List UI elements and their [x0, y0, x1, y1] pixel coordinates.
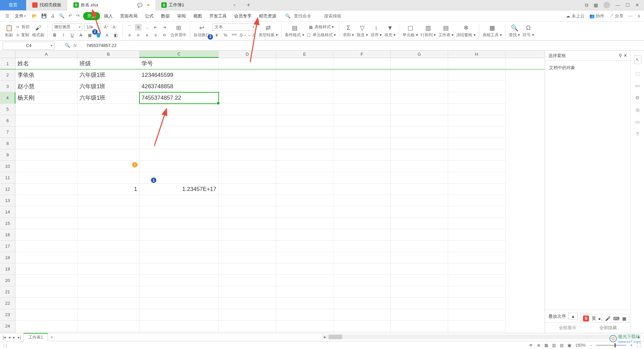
cell[interactable]	[276, 298, 333, 309]
cell[interactable]: 杨天刚	[15, 92, 77, 104]
row-header-5[interactable]: 5	[0, 104, 15, 115]
select2-icon[interactable]: ▭	[635, 83, 640, 88]
cell[interactable]	[448, 298, 505, 309]
location-icon[interactable]: ◎	[636, 107, 640, 112]
cell[interactable]	[391, 195, 448, 206]
cell[interactable]	[15, 229, 77, 241]
col-A[interactable]: A	[15, 51, 77, 58]
ime-lang[interactable]: 英	[592, 315, 596, 321]
cell[interactable]: 1234645599	[140, 69, 219, 81]
cell[interactable]	[391, 184, 448, 195]
cell[interactable]	[219, 149, 276, 161]
bold-icon[interactable]: B	[51, 32, 58, 39]
cell[interactable]	[77, 127, 140, 138]
cell[interactable]	[219, 309, 276, 320]
cell[interactable]: 六年级1班	[77, 81, 140, 92]
cell[interactable]	[77, 195, 140, 206]
cell[interactable]	[15, 138, 77, 149]
menu-devtools[interactable]: 开发工具	[206, 12, 230, 20]
status-icon[interactable]: ⬚	[3, 343, 7, 348]
cell[interactable]	[448, 286, 505, 298]
row-header-23[interactable]: 23	[0, 309, 15, 320]
row-header-18[interactable]: 18	[0, 252, 15, 263]
cell[interactable]	[15, 115, 77, 127]
menu-icon[interactable]: ☰	[3, 12, 11, 20]
cell[interactable]	[140, 149, 219, 161]
cell[interactable]	[140, 161, 219, 172]
cell[interactable]	[333, 127, 391, 138]
cell[interactable]	[333, 286, 391, 298]
cell[interactable]	[333, 241, 391, 252]
close-icon[interactable]: ×	[233, 2, 236, 8]
cell[interactable]	[15, 275, 77, 286]
cell[interactable]	[219, 195, 276, 206]
cell[interactable]	[391, 172, 448, 184]
cell[interactable]: 4263748858	[140, 81, 219, 92]
condfmt-button[interactable]: ▤条件格式 ▾	[283, 23, 305, 40]
align-top-icon[interactable]: ⎴	[126, 24, 133, 31]
tab-file-active[interactable]: S 姓名.xlsx 💬	[67, 0, 155, 10]
zoom-icon[interactable]: 🔍	[65, 43, 70, 48]
cell[interactable]	[391, 69, 448, 81]
cell[interactable]	[15, 218, 77, 229]
cell[interactable]	[15, 195, 77, 206]
pointer-icon[interactable]: ↖	[634, 55, 641, 64]
col-F[interactable]: F	[333, 51, 391, 58]
break-view-icon[interactable]: ▤	[560, 343, 564, 348]
copy-icon[interactable]: ⎘	[17, 33, 19, 38]
cell[interactable]	[219, 263, 276, 275]
cell[interactable]	[15, 241, 77, 252]
cell[interactable]	[391, 92, 448, 104]
cell[interactable]	[391, 229, 448, 241]
cell[interactable]	[333, 184, 391, 195]
help-icon[interactable]: ?	[636, 131, 639, 137]
undo-icon[interactable]: ↶	[68, 13, 72, 18]
cellstyle-label[interactable]: 单元格样式 ▾	[313, 32, 336, 38]
cell[interactable]	[140, 127, 219, 138]
cell[interactable]	[276, 127, 333, 138]
cell[interactable]	[77, 149, 140, 161]
cell[interactable]	[448, 115, 505, 127]
custom-view-icon[interactable]: ▣	[568, 343, 571, 348]
row-header-13[interactable]: 13	[0, 195, 15, 206]
cell[interactable]	[77, 320, 140, 332]
reading-icon[interactable]: ⊕	[537, 343, 540, 348]
row-header-21[interactable]: 21	[0, 286, 15, 298]
freeze-button[interactable]: ❄冻结窗格 ▾	[455, 23, 477, 40]
row-header-16[interactable]: 16	[0, 229, 15, 241]
cell[interactable]	[77, 138, 140, 149]
cell[interactable]	[15, 320, 77, 332]
collapse-icon[interactable]: ∧	[637, 13, 641, 18]
cell[interactable]	[140, 263, 219, 275]
row-header-20[interactable]: 20	[0, 275, 15, 286]
cell[interactable]	[219, 69, 276, 81]
cell[interactable]	[15, 286, 77, 298]
cell[interactable]	[448, 263, 505, 275]
cell[interactable]	[391, 309, 448, 320]
zoom-out-icon[interactable]: −	[590, 343, 592, 348]
cell[interactable]: 学号	[140, 58, 219, 69]
row-header-6[interactable]: 6	[0, 115, 15, 127]
ime-punct-icon[interactable]: ▸,	[599, 316, 602, 321]
zoom-slider[interactable]	[596, 345, 626, 346]
cell[interactable]	[391, 218, 448, 229]
cell[interactable]	[276, 92, 333, 104]
font-size-select[interactable]: 10▾	[84, 23, 101, 31]
cell[interactable]	[276, 184, 333, 195]
cloud-status[interactable]: ☁ 未上云	[566, 13, 585, 19]
sum-button[interactable]: Σ求和 ▾	[341, 23, 355, 40]
search-cmd-input[interactable]	[294, 13, 321, 18]
screen-icon[interactable]: ▭	[635, 119, 640, 124]
cell[interactable]	[219, 298, 276, 309]
preview-icon[interactable]: 🔍	[59, 13, 64, 18]
grid-icon[interactable]: ▦	[594, 2, 598, 8]
maximize-icon[interactable]: ☐	[626, 2, 630, 8]
row-header-22[interactable]: 22	[0, 298, 15, 309]
row-header-9[interactable]: 9	[0, 149, 15, 161]
col-D[interactable]: D	[219, 51, 276, 58]
cell[interactable]: 班级	[77, 58, 140, 69]
fill-button[interactable]: ▼填充 ▾	[383, 23, 397, 40]
cell[interactable]	[448, 252, 505, 263]
cell[interactable]	[219, 127, 276, 138]
cell[interactable]	[77, 275, 140, 286]
